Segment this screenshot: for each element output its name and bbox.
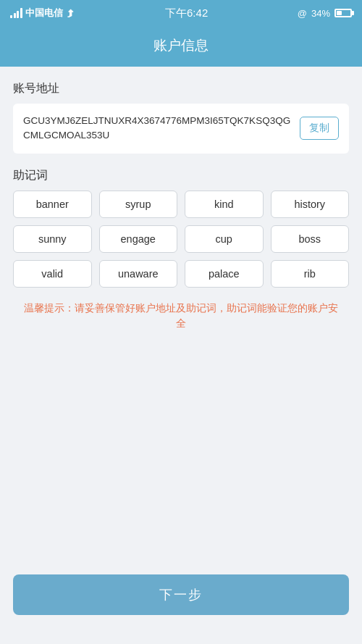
status-carrier: 中国电信 ⮭ — [10, 7, 76, 20]
mnemonic-word-9: valid — [13, 260, 92, 288]
next-button[interactable]: 下一步 — [13, 574, 349, 615]
mnemonic-word-3: kind — [185, 191, 264, 218]
mnemonic-word-7: cup — [185, 225, 264, 253]
mnemonic-label: 助记词 — [13, 168, 349, 183]
mnemonic-word-8: boss — [271, 225, 350, 253]
warning-text: 温馨提示：请妥善保管好账户地址及助记词，助记词能验证您的账户安全 — [20, 301, 342, 332]
mnemonic-grid: bannersyrupkindhistorysunnyengagecupboss… — [13, 191, 349, 288]
page-title: 账户信息 — [153, 38, 209, 53]
battery-icon — [334, 9, 352, 17]
page-header: 账户信息 — [0, 26, 362, 67]
mnemonic-word-2: syrup — [99, 191, 178, 218]
wifi-icon: ⮭ — [66, 7, 76, 19]
copy-button[interactable]: 复制 — [300, 117, 339, 140]
mnemonic-word-6: engage — [99, 225, 178, 253]
account-address: GCU3YMJ6ZELJTNUXR4X3674776MPM3I65TQK7KSQ… — [23, 114, 291, 143]
mnemonic-word-1: banner — [13, 191, 92, 218]
status-right: @ 34% — [298, 8, 352, 19]
address-card: GCU3YMJ6ZELJTNUXR4X3674776MPM3I65TQK7KSQ… — [13, 104, 349, 154]
mnemonic-word-4: history — [271, 191, 350, 218]
carrier-label: 中国电信 — [25, 7, 63, 20]
status-time: 下午6:42 — [165, 7, 208, 20]
mnemonic-word-5: sunny — [13, 225, 92, 253]
status-bar: 中国电信 ⮭ 下午6:42 @ 34% — [0, 0, 362, 26]
signal-icon — [10, 8, 22, 18]
mnemonic-word-12: rib — [271, 260, 350, 288]
battery-label: 34% — [311, 8, 330, 19]
mnemonic-section: 助记词 bannersyrupkindhistorysunnyengagecup… — [13, 168, 349, 288]
main-content: 账号地址 GCU3YMJ6ZELJTNUXR4X3674776MPM3I65TQ… — [0, 67, 362, 561]
location-icon: @ — [298, 8, 307, 19]
account-section-label: 账号地址 — [13, 81, 349, 96]
bottom-area: 下一步 — [0, 561, 362, 644]
mnemonic-word-10: unaware — [99, 260, 178, 288]
mnemonic-word-11: palace — [185, 260, 264, 288]
